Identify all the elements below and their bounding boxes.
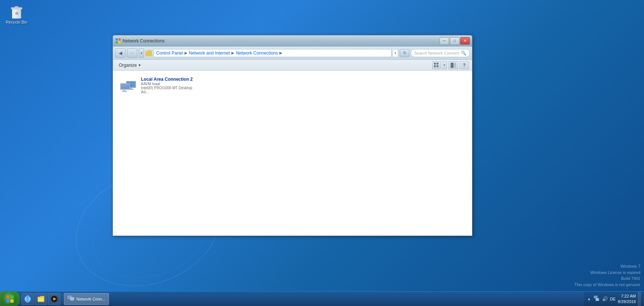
address-dropdown-button[interactable]: ▾ xyxy=(393,49,398,57)
network-adapter-icon xyxy=(120,78,137,93)
ie-icon xyxy=(24,295,31,303)
svg-rect-17 xyxy=(454,63,456,68)
recycle-bin-icon[interactable]: ♻ Recycle Bin xyxy=(4,4,30,25)
svg-rect-11 xyxy=(118,41,121,44)
show-desktop-button[interactable] xyxy=(638,292,641,306)
watermark-line4: This copy of Windows is not genuine xyxy=(574,282,640,288)
forward-button[interactable]: ▶ xyxy=(127,48,137,58)
minimize-button[interactable]: ─ xyxy=(440,37,449,45)
separator1: ▶ xyxy=(185,51,187,55)
svg-rect-3 xyxy=(15,6,18,8)
tray-volume-icon[interactable]: 🔊 xyxy=(602,296,608,302)
recycle-bin-label: Recycle Bin xyxy=(6,20,27,25)
svg-rect-14 xyxy=(434,65,436,67)
title-bar: Network Connections ─ □ ✕ xyxy=(113,35,472,46)
watermark-line2: Windows License is expired xyxy=(574,270,640,276)
taskbar-items: Network Conn... xyxy=(20,292,584,306)
watermark: Windows 7 Windows License is expired Bui… xyxy=(574,263,640,288)
connection-adapter: Intel(R) PRO/1000 MT Desktop Ad... xyxy=(141,86,195,94)
svg-rect-38 xyxy=(38,298,44,301)
close-button[interactable]: ✕ xyxy=(460,37,470,45)
address-folder-icon xyxy=(145,50,152,56)
taskbar-item-media[interactable] xyxy=(48,293,61,305)
start-button[interactable] xyxy=(0,292,20,306)
search-box[interactable]: Search Network Connections 🔍 xyxy=(411,49,470,57)
svg-rect-27 xyxy=(122,91,127,92)
back-button[interactable]: ◀ xyxy=(115,48,125,58)
network-taskbar-label: Network Conn... xyxy=(76,297,106,301)
window-title: Network Connections xyxy=(123,38,165,44)
tray-network-icon[interactable] xyxy=(594,296,600,302)
taskbar: Network Conn... ▲ 🔊 DE 7:22 AM 8/29/2016 xyxy=(0,291,644,306)
network-taskbar-icon xyxy=(67,295,75,303)
maximize-button[interactable]: □ xyxy=(450,37,459,45)
help-button[interactable]: ? xyxy=(459,61,469,69)
search-icon[interactable]: 🔍 xyxy=(461,51,466,56)
breadcrumb-part1[interactable]: Control Panel xyxy=(156,51,183,56)
tray-time-display: 7:22 AM xyxy=(618,293,636,299)
title-bar-controls: ─ □ ✕ xyxy=(440,37,470,45)
windows-logo-icon xyxy=(6,295,14,303)
svg-rect-45 xyxy=(70,298,74,300)
window-icon xyxy=(115,38,121,44)
watermark-line1: Windows 7 xyxy=(574,263,640,270)
address-bar: ◀ ▶ ▾ Control Panel ▶ Network and Intern… xyxy=(113,46,472,60)
toolbar: Organize ▼ ▾ ? xyxy=(113,60,472,71)
organize-button[interactable]: Organize ▼ xyxy=(116,61,144,69)
svg-rect-29 xyxy=(6,295,10,299)
organize-dropdown-icon: ▼ xyxy=(138,63,141,67)
taskbar-divider xyxy=(62,294,62,304)
svg-rect-30 xyxy=(10,295,14,299)
tray-date-display: 8/29/2016 xyxy=(618,299,636,304)
svg-rect-49 xyxy=(596,299,599,300)
taskbar-item-ie[interactable] xyxy=(21,293,34,305)
svg-rect-26 xyxy=(123,90,125,91)
nav-dropdown-button[interactable]: ▾ xyxy=(139,48,144,58)
tray-language[interactable]: DE xyxy=(610,297,616,301)
svg-rect-20 xyxy=(130,88,132,89)
svg-rect-12 xyxy=(434,63,436,65)
svg-rect-9 xyxy=(118,38,121,41)
svg-rect-8 xyxy=(116,38,118,41)
layout-icon xyxy=(434,63,439,68)
svg-rect-31 xyxy=(6,299,10,303)
connection-info: Local Area Connection 2 AAVM loaal Intel… xyxy=(141,77,195,94)
media-icon xyxy=(51,295,58,303)
svg-rect-16 xyxy=(451,63,454,68)
separator2: ▶ xyxy=(231,51,234,55)
svg-rect-32 xyxy=(10,299,14,303)
address-path[interactable]: Control Panel ▶ Network and Internet ▶ N… xyxy=(154,49,392,57)
connection-icon xyxy=(120,78,137,93)
svg-rect-23 xyxy=(121,84,130,89)
taskbar-item-explorer[interactable] xyxy=(35,293,47,305)
connection-item[interactable]: Local Area Connection 2 AAVM loaal Intel… xyxy=(117,74,198,96)
content-area: Local Area Connection 2 AAVM loaal Intel… xyxy=(113,71,472,236)
title-bar-left: Network Connections xyxy=(115,38,165,44)
separator3: ▶ xyxy=(279,51,282,55)
view-buttons: ▾ ? xyxy=(432,61,469,69)
svg-rect-15 xyxy=(437,65,438,67)
svg-rect-13 xyxy=(437,63,438,65)
svg-rect-10 xyxy=(116,41,118,44)
watermark-line3: Build 7601 xyxy=(574,275,640,282)
explorer-window: Network Connections ─ □ ✕ ◀ ▶ ▾ Control … xyxy=(113,35,472,236)
preview-icon xyxy=(451,63,456,68)
connection-name: Local Area Connection 2 xyxy=(141,77,195,82)
view-dropdown-button[interactable]: ▾ xyxy=(442,61,447,69)
breadcrumb-part3[interactable]: Network Connections xyxy=(236,51,278,56)
organize-label: Organize xyxy=(119,63,137,68)
refresh-button[interactable]: ↻ xyxy=(400,49,409,57)
explorer-icon xyxy=(37,295,45,303)
show-hidden-icons-button[interactable]: ▲ xyxy=(587,297,591,301)
preview-pane-button[interactable] xyxy=(448,61,458,69)
start-orb xyxy=(3,292,17,306)
taskbar-item-network[interactable]: Network Conn... xyxy=(64,293,109,305)
svg-rect-47 xyxy=(594,296,597,298)
connection-status: AAVM loaal xyxy=(141,82,195,86)
view-layout-button[interactable] xyxy=(432,61,441,69)
search-placeholder: Search Network Connections xyxy=(414,51,459,55)
tray-clock[interactable]: 7:22 AM 8/29/2016 xyxy=(618,293,636,304)
system-tray: ▲ 🔊 DE 7:22 AM 8/29/2016 xyxy=(584,292,644,306)
breadcrumb-part2[interactable]: Network and Internet xyxy=(189,51,230,56)
